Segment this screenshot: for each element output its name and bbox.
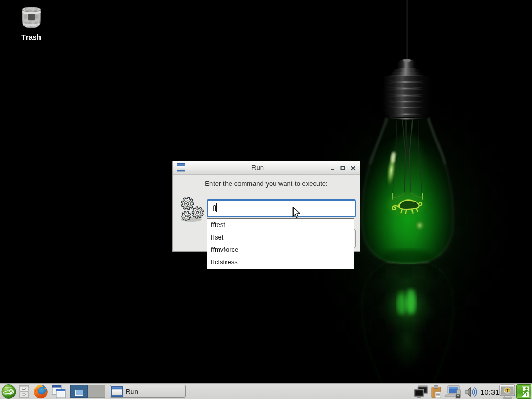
svg-text:Trash: Trash [21,33,41,42]
